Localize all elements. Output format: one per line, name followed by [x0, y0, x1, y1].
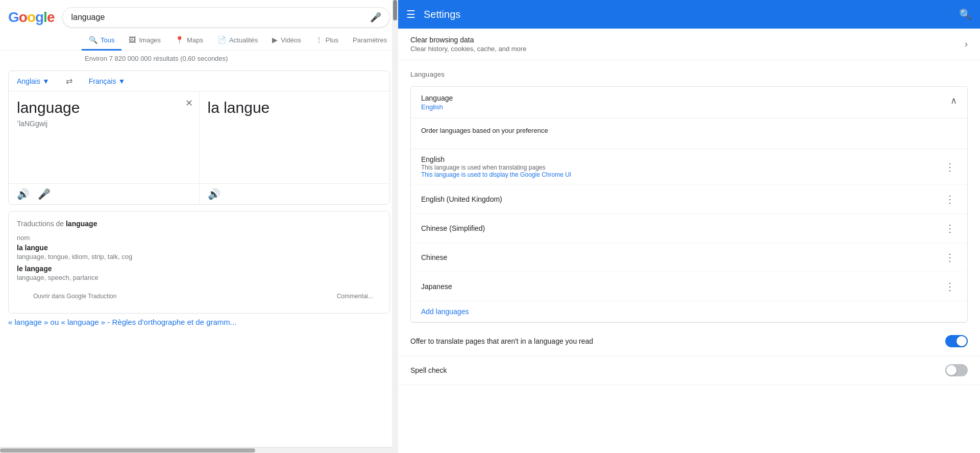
clear-browsing-chevron-icon: ›: [965, 39, 968, 50]
settings-search-icon[interactable]: 🔍: [959, 8, 972, 20]
search-input[interactable]: [71, 13, 366, 22]
source-lang-label: Anglais: [17, 77, 40, 85]
language-main-value: English: [421, 103, 950, 111]
target-word: la langue: [208, 98, 382, 117]
tab-maps-label: Maps: [187, 36, 203, 44]
english-lang-info: English This language is used when trans…: [421, 155, 943, 178]
google-panel: Google 🎤 🔍 Tous 🖼 Images 📍 Maps 📄 Actual…: [0, 0, 398, 453]
tab-images[interactable]: 🖼 Images: [121, 31, 168, 51]
spell-check-toggle[interactable]: [945, 364, 968, 376]
source-mic-icon[interactable]: 🎤: [38, 188, 51, 200]
language-main-item[interactable]: Language English ∧: [411, 87, 967, 118]
result-link-1[interactable]: « langage » ou « language » - Règles d'o…: [8, 318, 390, 326]
target-lang-selector[interactable]: Français ▼: [89, 77, 126, 85]
tab-maps[interactable]: 📍 Maps: [168, 31, 210, 51]
add-languages-button[interactable]: Add languages: [411, 301, 967, 322]
translation-main-2: le langage: [17, 265, 52, 273]
english-lang-chrome-ui-link[interactable]: This language is used to display the Goo…: [421, 171, 571, 178]
chinese-simplified-lang-name: Chinese (Simplified): [421, 224, 943, 232]
spell-check-title: Spell check: [410, 366, 945, 374]
spell-check-toggle-knob: [946, 365, 957, 375]
spell-check-content: Spell check: [410, 366, 945, 374]
clear-browsing-data-content: Clear browsing data Clear history, cooki…: [410, 36, 965, 53]
nav-tabs: 🔍 Tous 🖼 Images 📍 Maps 📄 Actualités ▶ Vi…: [0, 28, 398, 51]
chinese-lang-menu-icon[interactable]: ⋮: [943, 249, 957, 266]
english-lang-desc-text: This language is used when translating p…: [421, 164, 546, 171]
order-languages-section: Order languages based on your preference: [411, 118, 967, 149]
target-footer: 🔊: [200, 184, 390, 204]
horizontal-scrollbar-thumb: [0, 448, 255, 452]
pos-label-nom: nom: [17, 234, 381, 242]
horizontal-scrollbar[interactable]: [0, 447, 392, 453]
clear-browsing-data-item[interactable]: Clear browsing data Clear history, cooki…: [398, 29, 980, 60]
order-languages-title: Order languages based on your preference: [421, 127, 957, 134]
search-tab-icon: 🔍: [89, 36, 97, 44]
vertical-scrollbar[interactable]: [392, 0, 398, 453]
translation-alts-2: language, speech, parlance: [17, 274, 381, 281]
chinese-lang-info: Chinese: [421, 253, 943, 261]
tab-plus-label: Plus: [326, 36, 338, 44]
offer-translate-toggle[interactable]: [945, 335, 968, 347]
offer-translate-title: Offer to translate pages that aren't in …: [410, 337, 945, 345]
chinese-lang-name: Chinese: [421, 253, 943, 261]
source-footer: 🔊 🎤: [9, 184, 200, 204]
english-uk-lang-menu-icon[interactable]: ⋮: [943, 191, 957, 207]
tab-videos-label: Vidéos: [281, 36, 301, 44]
settings-header: ☰ Settings 🔍: [398, 0, 980, 29]
swap-languages-icon[interactable]: ⇄: [54, 76, 85, 86]
close-translation-button[interactable]: ✕: [185, 98, 193, 109]
japanese-lang-menu-icon[interactable]: ⋮: [943, 278, 957, 295]
language-main-content: Language English: [421, 94, 950, 111]
target-lang-label: Français: [89, 77, 116, 85]
translation-body: language ˈlaNGgwij ✕ la langue: [9, 91, 389, 183]
tab-images-label: Images: [139, 36, 161, 44]
settings-content: Clear browsing data Clear history, cooki…: [398, 29, 980, 453]
tab-plus[interactable]: ⋮ Plus: [308, 31, 346, 51]
spell-check-setting: Spell check: [398, 356, 980, 385]
hamburger-menu-icon[interactable]: ☰: [406, 8, 415, 20]
language-setting-chevron-up-icon: ∧: [950, 95, 957, 106]
target-side: la langue: [200, 91, 390, 183]
actualites-tab-icon: 📄: [217, 36, 226, 44]
tab-actualites[interactable]: 📄 Actualités: [210, 31, 265, 51]
languages-section-header: Languages: [398, 60, 980, 82]
clear-browsing-data-subtitle: Clear history, cookies, cache, and more: [410, 45, 965, 53]
vertical-scrollbar-thumb: [393, 0, 397, 20]
mic-icon[interactable]: 🎤: [370, 12, 381, 23]
bottom-links: Ouvrir dans Google Traduction Commentai.…: [17, 288, 381, 305]
english-uk-lang-info: English (United Kingdom): [421, 195, 943, 203]
target-lang-chevron: ▼: [118, 77, 125, 85]
translation-header: Anglais ▼ ⇄ Français ▼: [9, 71, 389, 91]
ouvrir-google-traduction-link[interactable]: Ouvrir dans Google Traduction: [25, 291, 125, 302]
language-list-item-japanese: Japanese ⋮: [411, 272, 967, 301]
target-audio-icon[interactable]: 🔊: [208, 188, 220, 200]
plus-tab-icon: ⋮: [315, 36, 323, 44]
results-count: Environ 7 820 000 000 résultats (0,60 se…: [0, 51, 398, 66]
japanese-lang-info: Japanese: [421, 282, 943, 291]
tab-actualites-label: Actualités: [229, 36, 258, 44]
chinese-simplified-lang-menu-icon[interactable]: ⋮: [943, 220, 957, 236]
tab-videos[interactable]: ▶ Vidéos: [265, 31, 308, 51]
language-list-item-chinese-simplified: Chinese (Simplified) ⋮: [411, 214, 967, 243]
language-setting-container: Language English ∧ Order languages based…: [410, 86, 968, 323]
source-lang-selector[interactable]: Anglais ▼: [17, 77, 50, 85]
japanese-lang-name: Japanese: [421, 282, 943, 291]
english-lang-menu-icon[interactable]: ⋮: [943, 159, 957, 175]
settings-title: Settings: [424, 9, 951, 20]
clear-browsing-data-title: Clear browsing data: [410, 36, 965, 44]
chinese-simplified-lang-info: Chinese (Simplified): [421, 224, 943, 232]
source-audio-icon[interactable]: 🔊: [17, 188, 30, 200]
translations-prefix: Traductions de: [17, 220, 66, 228]
commentaire-link[interactable]: Commentai...: [125, 293, 373, 300]
offer-translate-content: Offer to translate pages that aren't in …: [410, 337, 945, 345]
translation-footer-row: 🔊 🎤 🔊: [9, 183, 389, 204]
translations-word: language: [66, 220, 97, 228]
tab-tous-label: Tous: [101, 36, 114, 44]
google-header: Google 🎤: [0, 0, 398, 28]
tab-parametres-label: Paramètres: [353, 36, 387, 44]
search-bar[interactable]: 🎤: [62, 7, 390, 28]
source-word: language: [17, 98, 191, 117]
videos-tab-icon: ▶: [272, 36, 278, 44]
tab-parametres[interactable]: Paramètres: [346, 31, 394, 51]
tab-tous[interactable]: 🔍 Tous: [82, 31, 121, 51]
